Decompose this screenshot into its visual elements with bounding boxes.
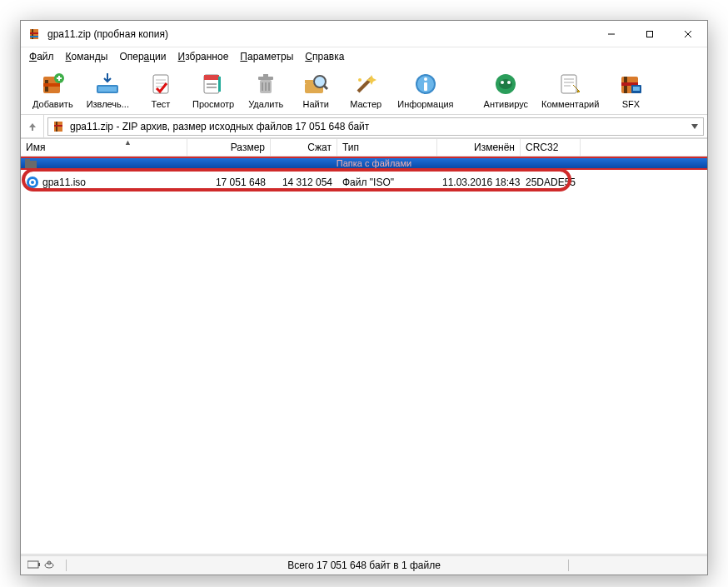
svg-point-31 <box>358 78 362 82</box>
extract-button[interactable]: Извлечь... <box>80 69 136 109</box>
svg-point-37 <box>499 79 512 89</box>
find-button[interactable]: Найти <box>291 69 341 109</box>
path-bar: gpa11.zip - ZIP архив, размер исходных ф… <box>21 115 707 138</box>
svg-rect-59 <box>27 561 38 568</box>
file-list[interactable]: Папка с файлами gpa11.iso 17 051 648 14 … <box>21 157 707 554</box>
svg-rect-42 <box>561 75 576 93</box>
extract-icon <box>92 71 122 97</box>
file-row[interactable]: gpa11.iso 17 051 648 14 312 054 Файл "IS… <box>21 175 707 190</box>
find-icon <box>301 71 331 97</box>
antivirus-button[interactable]: Антивирус <box>477 69 535 109</box>
view-label: Просмотр <box>192 99 234 109</box>
header-name[interactable]: Имя <box>21 139 187 156</box>
path-text: gpa11.zip - ZIP архив, размер исходных ф… <box>70 121 369 132</box>
app-icon <box>27 27 41 41</box>
menu-commands[interactable]: Команды <box>66 51 108 62</box>
svg-point-34 <box>424 77 427 81</box>
svg-point-61 <box>45 563 53 568</box>
svg-rect-53 <box>54 125 62 127</box>
svg-rect-55 <box>25 159 30 161</box>
status-total: Всего 17 051 648 байт в 1 файле <box>287 560 441 571</box>
up-button[interactable] <box>21 115 44 138</box>
svg-rect-54 <box>25 161 37 168</box>
info-icon <box>411 71 441 97</box>
view-icon <box>198 71 228 97</box>
extract-label: Извлечь... <box>87 99 129 109</box>
svg-rect-18 <box>207 83 217 85</box>
svg-rect-2 <box>30 32 38 34</box>
header-modified[interactable]: Изменён <box>437 139 521 156</box>
info-button[interactable]: Информация <box>391 69 460 109</box>
parent-folder-row[interactable]: Папка с файлами <box>21 157 707 170</box>
close-button[interactable] <box>669 21 707 47</box>
header-packed[interactable]: Сжат <box>271 139 337 156</box>
header-size[interactable]: Размер <box>187 139 271 156</box>
folder-up-icon <box>24 157 37 170</box>
parent-folder-label: Папка с файлами <box>41 158 707 168</box>
status-battery-icon <box>27 560 41 572</box>
svg-rect-21 <box>258 77 273 80</box>
add-label: Добавить <box>32 99 73 109</box>
svg-rect-35 <box>424 82 427 91</box>
svg-rect-13 <box>98 87 117 92</box>
info-label: Информация <box>397 99 453 109</box>
svg-line-29 <box>324 86 327 89</box>
sfx-icon <box>616 71 646 97</box>
status-lock-icon <box>44 560 54 572</box>
delete-icon <box>251 71 281 97</box>
path-dropdown-icon[interactable] <box>688 120 701 133</box>
file-modified: 11.03.2016 18:43 <box>437 177 521 188</box>
sfx-label: SFX <box>622 99 640 109</box>
svg-rect-22 <box>263 74 268 77</box>
menu-bar: Фdocument.currentScript.previousElementS… <box>21 47 707 66</box>
svg-rect-50 <box>633 87 640 91</box>
wizard-label: Мастер <box>350 99 381 109</box>
comment-icon <box>556 71 586 97</box>
toolbar: Добавить Извлечь... Тест Просмотр Удалит… <box>21 66 707 115</box>
svg-rect-17 <box>218 77 221 92</box>
svg-point-28 <box>314 76 326 87</box>
delete-button[interactable]: Удалить <box>241 69 291 109</box>
file-size: 17 051 648 <box>187 177 271 188</box>
window-title: gpa11.zip (пробная копия) <box>47 28 592 40</box>
title-bar: gpa11.zip (пробная копия) <box>21 21 707 47</box>
wizard-icon <box>351 71 381 97</box>
svg-rect-16 <box>204 75 219 80</box>
path-field[interactable]: gpa11.zip - ZIP архив, размер исходных ф… <box>47 117 704 136</box>
header-type[interactable]: Тип <box>337 139 437 156</box>
find-label: Найти <box>303 99 329 109</box>
menu-operations[interactable]: Операции <box>119 51 166 62</box>
svg-point-38 <box>501 81 504 84</box>
add-button[interactable]: Добавить <box>26 69 80 109</box>
svg-rect-3 <box>30 36 38 37</box>
minimize-button[interactable] <box>592 21 631 47</box>
comment-label: Комментарий <box>541 99 599 109</box>
header-crc[interactable]: CRC32 <box>521 139 581 156</box>
add-icon <box>37 71 67 97</box>
archive-icon <box>52 120 65 133</box>
comment-button[interactable]: Комментарий <box>535 69 606 109</box>
iso-file-icon <box>26 176 39 189</box>
view-button[interactable]: Просмотр <box>186 69 241 109</box>
antivirus-icon <box>491 71 521 97</box>
test-button[interactable]: Тест <box>136 69 186 109</box>
svg-point-58 <box>31 181 34 184</box>
delete-label: Удалить <box>248 99 283 109</box>
wizard-button[interactable]: Мастер <box>341 69 391 109</box>
menu-help[interactable]: Справка <box>305 51 344 62</box>
sfx-button[interactable]: SFX <box>606 69 656 109</box>
svg-rect-60 <box>38 563 40 566</box>
file-name: gpa11.iso <box>42 177 86 188</box>
sort-indicator-icon: ▲ <box>124 138 132 147</box>
maximize-button[interactable] <box>631 21 669 47</box>
svg-rect-10 <box>43 83 60 87</box>
menu-parameters[interactable]: Параметры <box>240 51 293 62</box>
svg-rect-19 <box>207 87 217 88</box>
file-crc: 25DADE55 <box>521 177 581 188</box>
menu-favorites[interactable]: Избранное <box>178 51 229 62</box>
menu-file[interactable]: Фdocument.currentScript.previousElementS… <box>29 51 54 62</box>
test-label: Тест <box>152 99 171 109</box>
column-headers: ▲ Имя Размер Сжат Тип Изменён CRC32 <box>21 138 707 157</box>
svg-point-39 <box>507 81 511 84</box>
svg-rect-5 <box>647 31 653 37</box>
